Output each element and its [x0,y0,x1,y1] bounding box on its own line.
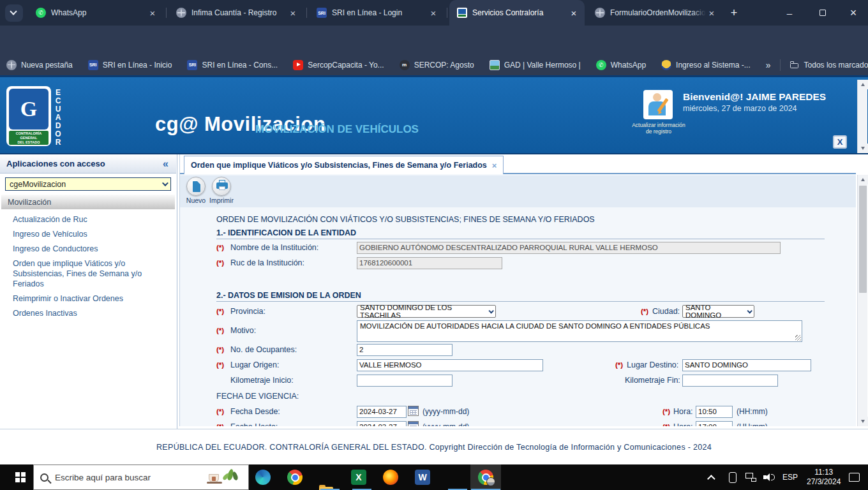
taskbar-chrome-icon[interactable] [287,470,303,485]
tab-close-icon[interactable]: × [706,8,717,19]
sidebar-title: Aplicaciones con acceso [6,159,105,168]
taskbar-excel-icon[interactable]: X [351,470,366,485]
provincia-select[interactable]: SANTO DOMINGO DE LOS TSACHILAS [357,305,496,318]
new-button[interactable]: Nuevo [184,177,208,204]
tray-network-icon[interactable] [745,464,756,490]
app-close-button[interactable]: X [833,135,847,149]
tray-phone-icon[interactable] [729,464,737,490]
tab-formulario-orden[interactable]: FormularioOrdenMovilizacio × [587,0,722,26]
application-select[interactable]: cgeMovilizacion [5,177,171,191]
km-inicio-field[interactable] [357,375,453,387]
tab-infima-cuantia[interactable]: Infima Cuantía - Registro × [168,0,304,26]
action-center-icon[interactable] [849,464,860,490]
taskbar-edge-icon[interactable] [255,470,271,485]
tab-whatsapp[interactable]: ✆ WhatsApp × [28,0,163,26]
app-header: G CONTRALORÍAGENERALDEL ESTADO ECUADOR c… [0,75,868,154]
fecha-desde-field[interactable]: 2024-03-27 [357,406,407,418]
scrollbar-thumb[interactable] [859,186,867,293]
tray-date: 27/3/2024 [807,477,841,486]
tab-close-icon[interactable]: × [287,8,299,19]
new-tab-button[interactable]: + [726,5,742,20]
sidebar-collapse-icon[interactable]: « [163,158,168,170]
header-scrollbar[interactable] [857,80,867,153]
bookmark-sercop-agosto[interactable]: m SERCOP: Agosto [400,60,474,70]
tab-close-icon[interactable]: × [568,8,580,19]
sidebar-item-ingreso-conductores[interactable]: Ingreso de Conductores [13,244,168,254]
tab-close-icon[interactable]: × [428,8,439,19]
calendar-icon[interactable] [408,406,419,416]
ruc-institucion-field[interactable]: 1768120600001 [357,257,502,269]
calendar-icon[interactable] [408,421,419,426]
bookmark-sercopcapacita[interactable]: SercopCapacita - Yo... [293,60,384,70]
content-scrollbar[interactable] [857,175,867,426]
ecuador-icon [661,60,671,70]
nombre-institucion-field[interactable]: GOBIERNO AUTÓNOMO DESCENTRALIZADO PARROQ… [357,242,781,254]
hora-desde-field[interactable]: 10:50 [696,406,733,418]
start-button[interactable] [8,464,33,490]
ocupantes-field[interactable]: 2 [357,344,453,356]
fecha-hasta-field[interactable]: 2024-03-27 [357,421,407,426]
taskbar-chrome-active-slot[interactable] [470,464,501,490]
tab-separator [306,8,307,18]
app-subtitle: MOVILIZACIÓN DE VEHÍCULOS [255,123,419,136]
tab-label: FormularioOrdenMovilizacio [610,8,706,17]
sidebar-group-movilizacion: Movilización [1,195,175,209]
km-fin-field[interactable] [682,375,778,387]
bookmarks-overflow-icon[interactable]: » [766,60,771,70]
all-bookmarks-button[interactable]: Todos los marcadores [789,60,868,70]
ciudad-label: Ciudad: [652,307,680,316]
sidebar-divider [177,154,177,429]
hora-format-hint: (HH:mm) [737,422,768,426]
chevron-down-icon [162,180,168,186]
search-icon [40,473,49,482]
tab-servicios-contraloria-active[interactable]: Servicios Contraloría × [449,0,585,26]
scroll-down-icon[interactable] [858,417,868,426]
lugar-destino-field[interactable]: SANTO DOMINGO [682,359,811,371]
cge-org-label: CONTRALORÍAGENERALDEL ESTADO [9,131,49,145]
tab-sri-login[interactable]: SRI SRI en Línea - Login × [309,0,444,26]
motivo-textarea[interactable]: MOVILIZACIÓN DE AUTORIDADES HACIA LA CIU… [357,320,802,342]
search-daily-image [206,466,242,488]
bookmark-gad-valle-hermoso[interactable]: GAD | Valle Hermoso | [490,60,581,70]
cge-emblem-icon: G [9,89,49,130]
sidebar-item-ingreso-vehiculos[interactable]: Ingreso de Vehículos [13,229,168,239]
fecha-format-hint: (yyyy-mm-dd) [423,407,469,416]
section-rule [216,301,825,302]
tab-orden-viaticos[interactable]: Orden que implique Viáticos y/o Subsiste… [184,156,504,174]
window-close-button[interactable]: × [839,0,868,26]
sri-icon: SRI [88,60,98,70]
tab-search-button[interactable] [5,4,23,22]
update-registration-button[interactable] [643,90,673,119]
sidebar-item-actualizacion-ruc[interactable]: Actualización de Ruc [13,214,168,225]
bookmark-nueva-pestana[interactable]: Nueva pestaña [6,60,73,70]
bookmark-sri-inicio[interactable]: SRI SRI en Línea - Inicio [88,60,172,70]
tab-close-icon[interactable]: × [492,161,497,170]
hora-hasta-field[interactable]: 17:00 [696,421,733,426]
bookmark-sri-consultas[interactable]: SRI SRI en Línea - Cons... [187,60,278,70]
window-maximize-button[interactable] [808,0,837,26]
tab-close-icon[interactable]: × [147,8,158,19]
sidebar-item-orden-viaticos[interactable]: Orden que implique Viáticos y/o Subsiste… [13,258,168,289]
window-minimize-button[interactable]: – [775,0,804,26]
scroll-down-icon[interactable] [858,144,868,153]
taskbar-firefox-icon[interactable] [383,470,398,485]
taskbar-word-icon[interactable]: W [415,470,430,485]
scroll-up-icon[interactable] [858,80,868,89]
tray-expand-chevron-icon[interactable] [710,464,715,490]
lugar-origen-field[interactable]: VALLE HERMOSO [357,359,543,371]
bookmark-ingreso-sistema[interactable]: Ingreso al Sistema -... [661,60,751,70]
sidebar-item-ordenes-inactivas[interactable]: Ordenes Inactivas [13,308,168,318]
bookmark-whatsapp[interactable]: ✆ WhatsApp [596,60,646,70]
print-button[interactable]: Imprimir [209,177,234,204]
ciudad-select[interactable]: SANTO DOMINGO [682,305,754,318]
tray-language-indicator[interactable]: ESP [782,464,798,490]
motivo-label: Motivo: [230,326,256,335]
taskbar-search[interactable]: Escribe aquí para buscar [33,464,249,490]
scroll-up-icon[interactable] [858,175,868,184]
profile-chip-avatar [486,477,495,486]
tray-clock[interactable]: 11:13 27/3/2024 [807,464,841,490]
sidebar-item-reimprimir-inactivar[interactable]: Reimprimir o Inactivar Ordenes [13,293,168,304]
resize-handle-icon[interactable] [795,335,801,341]
chevron-down-icon [489,308,494,313]
tray-volume-icon[interactable] [763,464,775,490]
